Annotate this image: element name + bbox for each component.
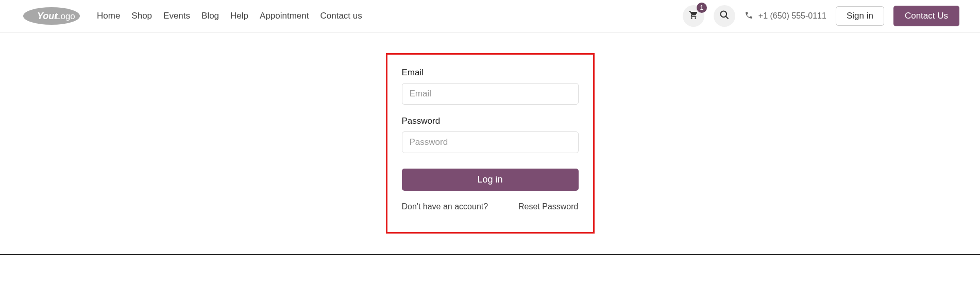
- footer-divider: [0, 254, 980, 255]
- svg-line-4: [725, 16, 728, 19]
- logo[interactable]: Your Logo: [21, 6, 82, 26]
- login-card: Email Password Log in Don't have an acco…: [386, 53, 595, 234]
- search-button[interactable]: [714, 5, 735, 27]
- nav-shop[interactable]: Shop: [131, 11, 152, 21]
- contact-us-button[interactable]: Contact Us: [893, 6, 959, 26]
- login-links: Don't have an account? Reset Password: [402, 202, 579, 211]
- reset-password-link[interactable]: Reset Password: [518, 202, 579, 211]
- cart-icon: [689, 10, 698, 22]
- cart-badge: 1: [697, 3, 707, 13]
- password-label: Password: [402, 116, 579, 126]
- email-field[interactable]: [402, 83, 579, 105]
- nav-appointment[interactable]: Appointment: [260, 11, 309, 21]
- phone-icon: [745, 11, 753, 22]
- search-icon: [719, 10, 730, 22]
- signin-button[interactable]: Sign in: [836, 6, 884, 26]
- svg-text:Logo: Logo: [56, 11, 75, 21]
- phone-number[interactable]: +1 (650) 555-0111: [758, 11, 826, 21]
- nav-help[interactable]: Help: [230, 11, 248, 21]
- header-right: 1 +1 (650) 555-0111 Sign in Contact Us: [683, 5, 959, 27]
- phone-wrap: +1 (650) 555-0111: [745, 11, 826, 22]
- nav-blog[interactable]: Blog: [201, 11, 219, 21]
- main-content: Email Password Log in Don't have an acco…: [0, 32, 980, 244]
- nav-home[interactable]: Home: [97, 11, 120, 21]
- nav-events[interactable]: Events: [163, 11, 190, 21]
- header: Your Logo Home Shop Events Blog Help App…: [0, 0, 980, 32]
- email-label: Email: [402, 68, 579, 78]
- password-field[interactable]: [402, 131, 579, 153]
- cart-button[interactable]: 1: [683, 5, 704, 27]
- main-nav: Home Shop Events Blog Help Appointment C…: [97, 11, 679, 21]
- svg-point-3: [720, 11, 726, 18]
- nav-contact-us[interactable]: Contact us: [320, 11, 362, 21]
- no-account-link[interactable]: Don't have an account?: [402, 202, 488, 211]
- login-button[interactable]: Log in: [402, 169, 579, 191]
